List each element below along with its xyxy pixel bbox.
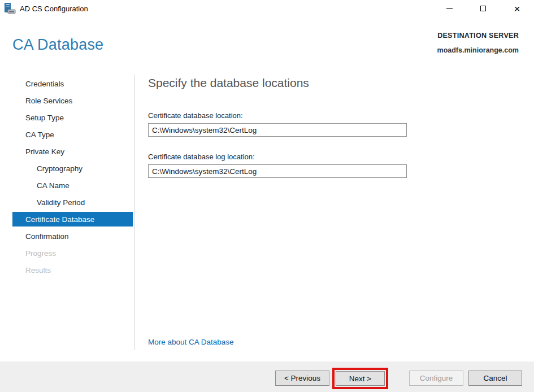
sidebar-item-confirmation[interactable]: Confirmation <box>12 228 133 245</box>
minimize-button[interactable] <box>432 0 466 17</box>
sidebar-item-ca-name[interactable]: CA Name <box>12 177 133 194</box>
destination-server-block: DESTINATION SERVER moadfs.miniorange.com <box>437 32 519 54</box>
red-highlight-annotation: Next > <box>332 368 388 389</box>
sidebar-item-ca-type[interactable]: CA Type <box>12 126 133 143</box>
server-manager-icon <box>3 2 16 15</box>
destination-server-name: moadfs.miniorange.com <box>437 46 519 54</box>
minimize-icon <box>446 8 453 9</box>
content-heading: Specify the database locations <box>148 76 309 90</box>
certificate-database-location-input[interactable] <box>148 123 407 137</box>
close-icon: × <box>514 3 520 14</box>
certificate-database-location-label: Certificate database location: <box>148 111 243 120</box>
sidebar-item-setup-type[interactable]: Setup Type <box>12 109 133 126</box>
maximize-button[interactable] <box>466 0 500 17</box>
next-button[interactable]: Next > <box>336 371 385 386</box>
cancel-button[interactable]: Cancel <box>468 371 522 386</box>
more-about-ca-database-link[interactable]: More about CA Database <box>148 338 234 346</box>
sidebar-item-certificate-database[interactable]: Certificate Database <box>12 212 133 227</box>
certificate-database-log-location-label: Certificate database log location: <box>148 153 255 161</box>
certificate-database-log-location-input[interactable] <box>148 164 407 178</box>
window-title: AD CS Configuration <box>20 5 88 13</box>
maximize-icon <box>480 6 486 11</box>
sidebar-item-progress: Progress <box>12 245 133 262</box>
sidebar-item-role-services[interactable]: Role Services <box>12 92 133 109</box>
sidebar-divider <box>134 75 134 350</box>
configure-button: Configure <box>409 371 463 386</box>
title-bar: AD CS Configuration × <box>0 0 534 17</box>
close-button[interactable]: × <box>500 0 534 17</box>
previous-button[interactable]: < Previous <box>275 371 329 386</box>
sidebar-item-credentials[interactable]: Credentials <box>12 75 133 92</box>
page-title: CA Database <box>12 36 103 54</box>
sidebar-item-cryptography[interactable]: Cryptography <box>12 160 133 177</box>
destination-server-label: DESTINATION SERVER <box>437 32 519 40</box>
sidebar-item-results: Results <box>12 262 133 278</box>
footer-bar: < Previous Next > Configure Cancel <box>0 361 534 392</box>
wizard-steps-sidebar: Credentials Role Services Setup Type CA … <box>12 75 133 278</box>
sidebar-item-validity-period[interactable]: Validity Period <box>12 194 133 211</box>
sidebar-item-private-key[interactable]: Private Key <box>12 143 133 160</box>
